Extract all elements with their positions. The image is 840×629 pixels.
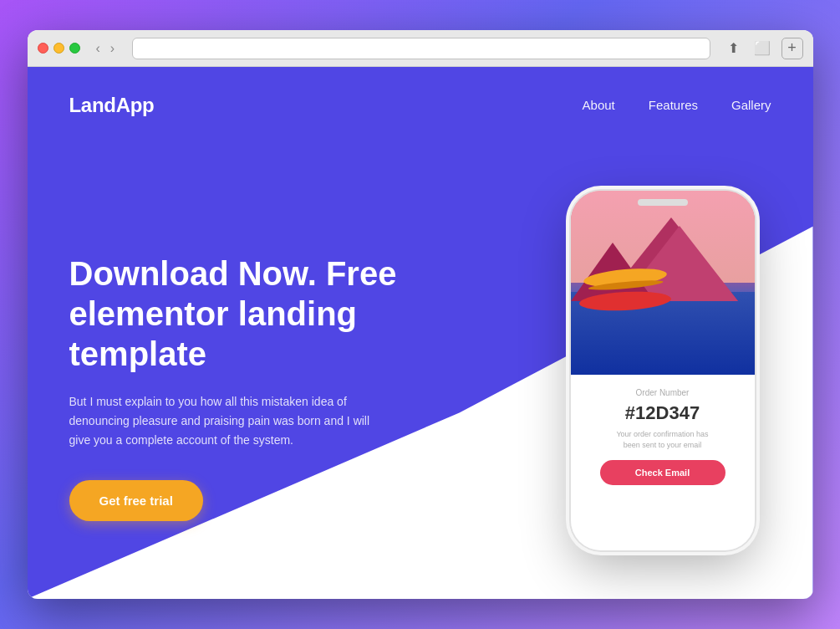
nav-link-gallery[interactable]: Gallery <box>731 98 771 112</box>
browser-chrome: ‹ › ⬆ ⬜ + <box>28 30 813 67</box>
back-button[interactable]: ‹ <box>92 39 104 58</box>
traffic-lights <box>38 43 80 54</box>
maximize-button[interactable] <box>69 43 80 54</box>
phone-mockup: Order Number #12D347 Your order confirma… <box>571 191 755 550</box>
new-tab-button[interactable]: + <box>781 38 803 59</box>
nav-buttons: ‹ › <box>92 39 120 58</box>
site-nav: LandApp About Features Gallery <box>28 67 813 134</box>
phone-device: Order Number #12D347 Your order confirma… <box>571 191 755 550</box>
phone-notch <box>638 199 688 206</box>
expand-button[interactable]: ⬜ <box>750 38 775 59</box>
hero-description: But I must explain to you how all this m… <box>69 392 370 450</box>
site-logo: LandApp <box>69 94 155 117</box>
hero-section: Download Now. Free elementor landing tem… <box>28 134 813 599</box>
close-button[interactable] <box>38 43 48 54</box>
nav-link-about[interactable]: About <box>583 98 615 112</box>
cta-button[interactable]: Get free trial <box>69 480 203 521</box>
hero-text: Download Now. Free elementor landing tem… <box>69 237 571 521</box>
nav-links: About Features Gallery <box>583 98 771 113</box>
order-message: Your order confirmation has been sent to… <box>608 429 717 450</box>
browser-window: ‹ › ⬆ ⬜ + LandApp About Features Gallery… <box>28 30 813 599</box>
check-email-button[interactable]: Check Email <box>600 460 725 485</box>
order-number: #12D347 <box>625 402 700 424</box>
hero-title: Download Now. Free elementor landing tem… <box>69 253 420 374</box>
minimize-button[interactable] <box>53 43 64 54</box>
website-content: LandApp About Features Gallery Download … <box>28 67 813 599</box>
browser-actions: ⬆ ⬜ + <box>724 38 803 59</box>
forward-button[interactable]: › <box>106 39 119 58</box>
address-bar[interactable] <box>132 38 710 59</box>
order-label: Order Number <box>636 388 690 397</box>
phone-content: Order Number #12D347 Your order confirma… <box>571 375 755 550</box>
nav-link-features[interactable]: Features <box>649 98 698 112</box>
phone-screen-image <box>571 191 755 375</box>
mountain-bg <box>571 234 755 301</box>
share-button[interactable]: ⬆ <box>724 38 743 59</box>
